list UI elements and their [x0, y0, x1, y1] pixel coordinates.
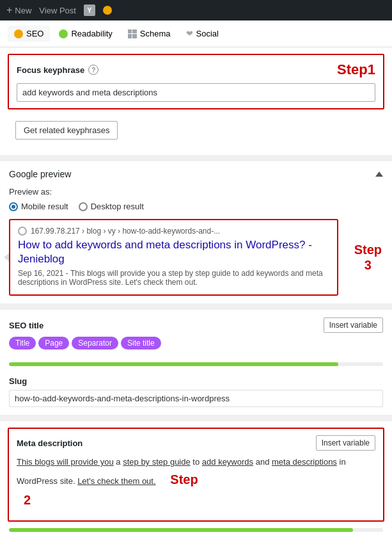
social-share-icon: ❤ [186, 29, 193, 38]
google-preview-section: Google preview Preview as: Mobile result… [0, 161, 392, 303]
seo-title-insert-variable-button[interactable]: Insert variable [324, 317, 383, 333]
view-post-button[interactable]: View Post [39, 6, 76, 15]
plus-icon: + [6, 4, 12, 16]
preview-as-label: Preview as: [9, 187, 383, 197]
tab-social[interactable]: ❤ Social [180, 26, 225, 42]
seo-title-section: SEO title Insert variable Title Page Sep… [0, 310, 392, 360]
slug-input[interactable] [9, 390, 383, 407]
status-dot [103, 6, 112, 15]
new-label: New [15, 6, 31, 15]
seo-title-progress-fill [9, 362, 338, 366]
seo-dot-icon [14, 29, 23, 38]
help-icon[interactable]: ? [88, 65, 98, 75]
desktop-result-option[interactable]: Desktop result [79, 202, 144, 211]
schema-grid-icon [128, 29, 137, 38]
google-preview-title: Google preview [9, 169, 71, 179]
mobile-radio-button[interactable] [9, 202, 18, 211]
tab-seo-label: SEO [26, 29, 43, 38]
focus-input-wrapper [17, 83, 375, 102]
tab-seo[interactable]: SEO [8, 26, 50, 42]
google-date: Sep 16, 2021 - This blogs will provide y… [18, 269, 329, 287]
seo-title-progress-bar [9, 362, 383, 366]
get-related-keyphrases-button[interactable]: Get related keyphrases [15, 121, 118, 140]
step3-annotation: Step 3 [354, 242, 382, 273]
meta-description-label: Meta description [17, 438, 82, 448]
desktop-radio-button[interactable] [79, 202, 88, 211]
google-url: 167.99.78.217 › blog › vy › how-to-add-k… [31, 227, 220, 236]
meta-description-progress-bar [9, 528, 383, 532]
preview-header: Google preview [9, 169, 383, 179]
top-bar: + New View Post Y [0, 0, 392, 20]
tab-schema[interactable]: Schema [122, 26, 177, 42]
tab-readability-label: Readability [71, 29, 112, 38]
yoast-icon[interactable]: Y [84, 4, 95, 16]
focus-keyphrase-section: Focus keyphrase ? Step1 [8, 54, 384, 109]
google-page-title: How to add keywords and meta description… [18, 238, 329, 266]
meta-description-section: Meta description Insert variable This bl… [8, 428, 384, 522]
focus-keyphrase-label: Focus keyphrase ? Step1 [17, 61, 375, 78]
google-url-row: 167.99.78.217 › blog › vy › how-to-add-k… [18, 227, 329, 236]
focus-keyphrase-input[interactable] [17, 83, 375, 102]
tab-readability[interactable]: Readability [52, 26, 118, 42]
tab-schema-label: Schema [140, 29, 171, 38]
seo-tag-separator[interactable]: Separator [72, 337, 118, 349]
meta-description-header: Meta description Insert variable [17, 435, 375, 451]
seo-title-tags-row: Title Page Separator Site title [9, 337, 383, 349]
step1-annotation: Step1 [337, 61, 375, 78]
divider [0, 155, 392, 161]
seo-tag-title[interactable]: Title [9, 337, 36, 349]
seo-title-header: SEO title Insert variable [9, 317, 383, 333]
google-preview-box: 167.99.78.217 › blog › vy › how-to-add-k… [9, 219, 338, 296]
new-button[interactable]: + New [6, 4, 31, 16]
collapse-icon[interactable] [375, 172, 383, 177]
tabs-row: SEO Readability Schema ❤ Social [0, 20, 392, 47]
slug-section: Slug [0, 371, 392, 415]
mobile-result-option[interactable]: Mobile result [9, 202, 68, 211]
slug-label: Slug [9, 376, 27, 386]
related-btn-wrapper: Get related keyphrases [0, 116, 392, 155]
desktop-result-label: Desktop result [91, 202, 144, 211]
seo-tag-page[interactable]: Page [38, 337, 69, 349]
seo-title-label: SEO title [9, 321, 43, 330]
google-preview-outer: 167.99.78.217 › blog › vy › how-to-add-k… [9, 219, 338, 296]
meta-description-progress-fill [9, 528, 353, 532]
readability-dot-icon [59, 29, 68, 38]
divider-3 [0, 415, 392, 421]
globe-icon [18, 227, 27, 236]
main-content: SEO Readability Schema ❤ Social Focus ke… [0, 20, 392, 546]
tab-social-label: Social [196, 29, 219, 38]
meta-insert-variable-button[interactable]: Insert variable [316, 435, 375, 451]
seo-tag-site-title[interactable]: Site title [121, 337, 161, 349]
meta-description-text: This blogs will provide you a step by st… [17, 456, 375, 510]
divider-2 [0, 303, 392, 310]
mobile-result-label: Mobile result [21, 202, 68, 211]
view-post-label: View Post [39, 6, 76, 15]
preview-radio-row: Mobile result Desktop result [9, 202, 383, 211]
